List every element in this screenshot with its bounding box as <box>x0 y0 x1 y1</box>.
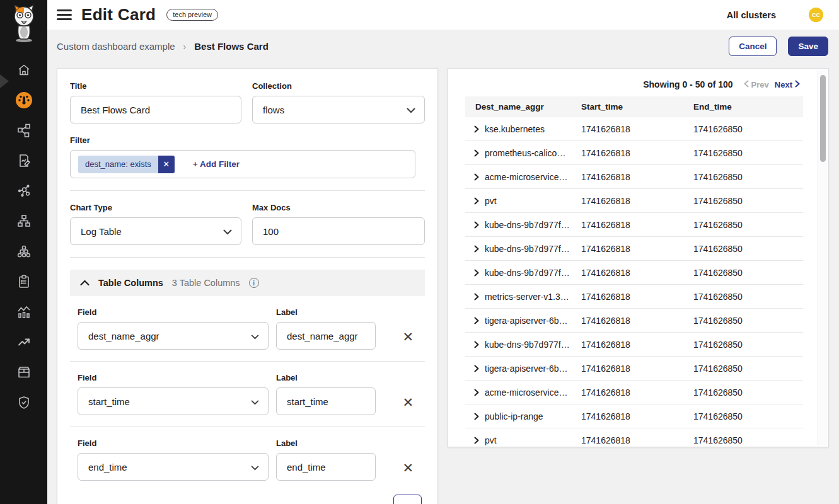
dest-name-cell: tigera-apiserver-6b… <box>485 316 568 326</box>
dest-name-cell: public-ip-range <box>485 411 543 421</box>
expand-row-chevron-icon[interactable] <box>474 149 479 157</box>
scrollbar-track[interactable] <box>818 70 827 445</box>
filter-chip-label: dest_name: exists <box>78 156 158 173</box>
tech-preview-badge: tech preview <box>166 9 218 21</box>
expand-row-chevron-icon[interactable] <box>474 317 479 324</box>
filter-chip-remove-button[interactable]: ✕ <box>158 156 175 173</box>
sidebar-item-packages[interactable] <box>0 357 47 387</box>
sidebar-item-trends[interactable] <box>0 327 47 357</box>
table-row[interactable]: kse.kubernetes 1741626818 1741626850 <box>465 117 803 141</box>
scrollbar-thumb[interactable] <box>820 75 826 162</box>
table-columns-section-header[interactable]: Table Columns 3 Table Columns i <box>70 270 425 296</box>
avatar[interactable]: CC <box>809 8 823 22</box>
start-time-cell: 1741626818 <box>571 364 683 374</box>
chart-type-select[interactable]: Log Table <box>70 217 241 245</box>
label-label: Label <box>276 373 376 382</box>
next-page-button[interactable]: Next <box>775 80 800 89</box>
title-label: Title <box>70 81 241 91</box>
expand-row-chevron-icon[interactable] <box>474 197 479 205</box>
start-time-cell: 1741626818 <box>571 148 683 158</box>
divider <box>70 190 425 191</box>
cluster-selector[interactable]: All clusters <box>727 10 776 20</box>
expand-row-chevron-icon[interactable] <box>474 173 479 181</box>
sidebar-item-statistics[interactable] <box>0 297 47 327</box>
table-row[interactable]: tigera-apiserver-6b… 1741626818 17416268… <box>465 357 803 381</box>
start-time-cell: 1741626818 <box>571 411 683 421</box>
table-row[interactable]: pvt 1741626818 1741626850 <box>465 428 803 447</box>
sidebar-item-graph[interactable] <box>0 176 47 206</box>
start-time-cell: 1741626818 <box>571 268 683 278</box>
prev-page-button[interactable]: Prev <box>744 80 769 89</box>
table-row[interactable]: acme-microservice… 1741626818 1741626850 <box>465 165 803 189</box>
info-icon[interactable]: i <box>249 278 259 288</box>
collection-select[interactable]: flows <box>252 96 425 123</box>
add-column-button[interactable]: + <box>393 495 422 504</box>
expand-row-chevron-icon[interactable] <box>474 245 479 253</box>
end-time-cell: 1741626850 <box>683 387 803 398</box>
filter-chip: dest_name: exists ✕ <box>78 156 175 173</box>
remove-column-button[interactable]: ✕ <box>400 394 416 410</box>
remove-column-button[interactable]: ✕ <box>400 460 416 476</box>
chevron-up-icon[interactable] <box>80 280 90 286</box>
preview-table: Dest_name_aggr Start_time End_time kse.k… <box>465 96 803 447</box>
field-select[interactable]: end_time <box>78 453 269 481</box>
field-select[interactable]: dest_name_aggr <box>78 322 269 350</box>
divider <box>70 427 425 427</box>
hamburger-menu-icon[interactable] <box>57 7 72 23</box>
expand-row-chevron-icon[interactable] <box>474 437 479 444</box>
table-row[interactable]: kube-dns-9b7d977f… 1741626818 1741626850 <box>465 237 803 261</box>
table-row[interactable]: tigera-apiserver-6b… 1741626818 17416268… <box>465 309 803 333</box>
breadcrumb-parent[interactable]: Custom dashboard example <box>57 41 175 52</box>
sidebar-item-dashboards[interactable] <box>0 85 47 115</box>
start-time-cell: 1741626818 <box>571 196 683 206</box>
max-docs-input[interactable] <box>252 217 425 245</box>
save-button[interactable]: Save <box>788 37 828 56</box>
title-input[interactable] <box>70 96 241 123</box>
sidebar-item-network-topology[interactable] <box>0 115 47 146</box>
expand-row-chevron-icon[interactable] <box>474 293 479 301</box>
expand-row-chevron-icon[interactable] <box>474 221 479 229</box>
table-row[interactable]: metrics-server-v1.3… 1741626818 17416268… <box>465 285 803 309</box>
sidebar-notch-decoration <box>0 74 9 88</box>
table-row[interactable]: prometheus-calico… 1741626818 1741626850 <box>465 141 803 165</box>
label-input[interactable] <box>276 322 376 350</box>
sidebar-item-security[interactable] <box>0 387 47 418</box>
table-row[interactable]: public-ip-range 1741626818 1741626850 <box>465 404 803 428</box>
filter-label: Filter <box>70 135 425 145</box>
sidebar-item-hierarchy[interactable] <box>0 206 47 236</box>
expand-row-chevron-icon[interactable] <box>474 269 479 277</box>
network-topology-icon <box>16 123 32 138</box>
expand-row-chevron-icon[interactable] <box>474 125 479 133</box>
table-row[interactable]: kube-dns-9b7d977f… 1741626818 1741626850 <box>465 261 803 285</box>
expand-row-chevron-icon[interactable] <box>474 389 479 396</box>
table-row[interactable]: acme-microservice… 1741626818 1741626850 <box>465 381 803 404</box>
cancel-button[interactable]: Cancel <box>729 37 777 56</box>
table-row[interactable]: kube-dns-9b7d977f… 1741626818 1741626850 <box>465 213 803 237</box>
end-time-cell: 1741626850 <box>683 292 803 302</box>
expand-row-chevron-icon[interactable] <box>474 365 479 372</box>
label-input[interactable] <box>276 387 376 415</box>
dest-name-cell: prometheus-calico… <box>485 148 565 158</box>
start-time-cell: 1741626818 <box>571 172 683 182</box>
sidebar-item-clusters[interactable] <box>0 236 47 266</box>
table-column-row: Field end_time Label ✕ <box>70 438 425 481</box>
page-title: Edit Card <box>81 5 156 25</box>
calico-cat-logo[interactable] <box>8 4 40 46</box>
preview-table-header: Dest_name_aggr Start_time End_time <box>465 96 803 117</box>
remove-column-button[interactable]: ✕ <box>400 329 416 345</box>
table-column-row: Field dest_name_aggr Label ✕ <box>70 307 425 350</box>
field-select[interactable]: start_time <box>78 387 269 415</box>
sidebar-item-compliance[interactable] <box>0 266 47 297</box>
expand-row-chevron-icon[interactable] <box>474 341 479 348</box>
table-row[interactable]: pvt 1741626818 1741626850 <box>465 189 803 213</box>
expand-row-chevron-icon[interactable] <box>474 413 479 420</box>
filter-box[interactable]: dest_name: exists ✕ + Add Filter <box>70 150 415 178</box>
label-label: Label <box>276 438 376 448</box>
home-icon <box>16 62 32 77</box>
table-row[interactable]: kube-dns-9b7d977f… 1741626818 1741626850 <box>465 333 803 357</box>
dest-name-cell: acme-microservice… <box>485 172 567 182</box>
sidebar-item-reports[interactable] <box>0 146 47 176</box>
add-filter-button[interactable]: + Add Filter <box>193 159 240 169</box>
dest-name-cell: kube-dns-9b7d977f… <box>485 244 570 254</box>
label-input[interactable] <box>276 453 376 481</box>
